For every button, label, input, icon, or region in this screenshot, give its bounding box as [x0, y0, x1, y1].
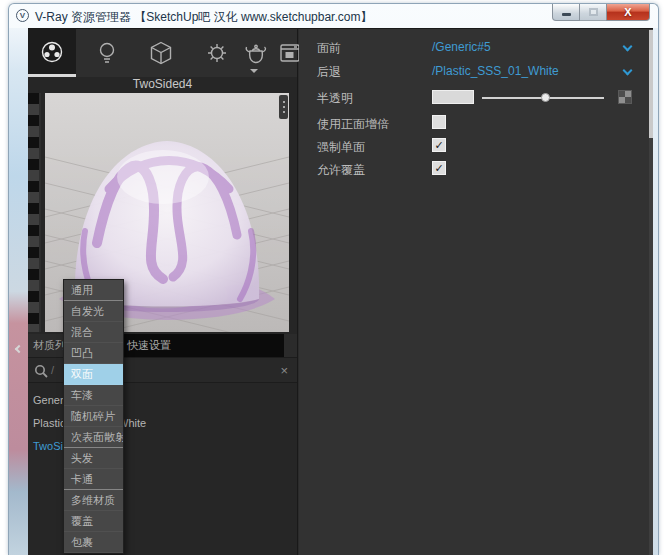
menu-item-stochastic-flakes[interactable]: 随机碎片 — [64, 406, 123, 427]
material-ball-icon — [39, 39, 65, 65]
app-content: TwoSided4 — [28, 28, 653, 555]
translucency-slider[interactable] — [482, 97, 604, 99]
window-title: V-Ray 资源管理器 【SketchUp吧 汉化 www.sketchupba… — [35, 9, 372, 26]
front-dropdown-icon[interactable] — [623, 42, 633, 52]
search-icon — [34, 364, 48, 378]
menu-item-toon[interactable]: 卡通 — [64, 469, 123, 490]
maximize-button[interactable] — [580, 4, 606, 21]
menu-item-blend[interactable]: 混合 — [64, 322, 123, 343]
translucency-texture-icon[interactable] — [618, 90, 632, 104]
menu-item-hair[interactable]: 头发 — [64, 448, 123, 469]
preview-filmstrip[interactable] — [28, 93, 41, 332]
back-dropdown-icon[interactable] — [623, 66, 633, 76]
material-type-menu: 通用 自发光 混合 凹凸 双面 车漆 随机碎片 次表面散射 头发 卡通 多维材质… — [63, 279, 124, 554]
properties-panel: 面前 /Generic#5 后退 /Plastic_SSS_01_White 半… — [299, 29, 653, 555]
maximize-icon — [589, 8, 598, 16]
settings-gear-icon — [204, 40, 230, 66]
vray-logo-icon: V — [16, 9, 29, 22]
window-controls: X — [552, 4, 650, 21]
close-button[interactable]: X — [606, 4, 650, 21]
menu-item-bump[interactable]: 凹凸 — [64, 343, 123, 364]
settings-tab-button[interactable] — [200, 29, 234, 77]
preview-options-icon[interactable] — [279, 95, 288, 119]
window-frame-right — [653, 28, 658, 555]
tab-quick-settings[interactable]: 快速设置 — [118, 334, 284, 357]
allow-override-checkbox[interactable]: ✓ — [432, 161, 446, 175]
light-bulb-icon — [94, 40, 120, 66]
force-single-sided-checkbox[interactable]: ✓ — [432, 138, 446, 152]
translucency-color-swatch[interactable] — [432, 90, 474, 104]
render-dropdown-icon[interactable] — [250, 69, 258, 73]
vray-asset-editor-window: V V-Ray 资源管理器 【SketchUp吧 汉化 www.sketchup… — [8, 3, 659, 555]
menu-item-sss[interactable]: 次表面散射 — [64, 427, 123, 448]
translucency-label: 半透明 — [317, 90, 353, 107]
titlebar[interactable]: V V-Ray 资源管理器 【SketchUp吧 汉化 www.sketchup… — [9, 4, 658, 28]
back-material-label: 后退 — [317, 64, 341, 81]
geometry-cube-icon — [148, 40, 174, 66]
menu-item-override[interactable]: 覆盖 — [64, 511, 123, 532]
minimize-icon — [562, 13, 571, 16]
front-material-value[interactable]: /Generic#5 — [432, 40, 491, 54]
properties-scrollbar-thumb[interactable] — [649, 30, 653, 138]
use-front-multiplier-checkbox[interactable] — [432, 115, 446, 129]
use-front-multiplier-label: 使用正面增倍 — [317, 116, 389, 133]
search-clear-icon[interactable]: × — [280, 362, 288, 379]
lights-tab-button[interactable] — [90, 29, 124, 77]
menu-item-emissive[interactable]: 自发光 — [64, 301, 123, 322]
menu-item-generic[interactable]: 通用 — [64, 280, 123, 301]
material-name-label: TwoSided4 — [28, 77, 297, 93]
menu-item-multi-material[interactable]: 多维材质 — [64, 490, 123, 511]
minimize-button[interactable] — [552, 4, 580, 21]
toolbar — [28, 29, 297, 77]
render-teapot-icon — [243, 40, 269, 66]
allow-override-label: 允许覆盖 — [317, 162, 365, 179]
menu-item-wrapper[interactable]: 包裹 — [64, 532, 123, 553]
properties-scrollbar[interactable] — [649, 29, 653, 555]
tab-quick-settings-label: 快速设置 — [127, 339, 171, 351]
menu-item-twosided[interactable]: 双面 — [64, 364, 123, 385]
translucency-slider-handle[interactable] — [541, 93, 550, 102]
menu-item-carpaint[interactable]: 车漆 — [64, 385, 123, 406]
window-frame-left — [9, 28, 28, 555]
search-input[interactable]: / — [51, 364, 54, 376]
close-icon: X — [624, 5, 631, 20]
front-material-label: 面前 — [317, 40, 341, 57]
materials-tab-button[interactable] — [28, 29, 76, 77]
force-single-sided-label: 强制单面 — [317, 139, 365, 156]
back-material-value[interactable]: /Plastic_SSS_01_White — [432, 64, 559, 78]
geometry-tab-button[interactable] — [144, 29, 178, 77]
collapse-left-panel-icon[interactable] — [16, 338, 22, 356]
